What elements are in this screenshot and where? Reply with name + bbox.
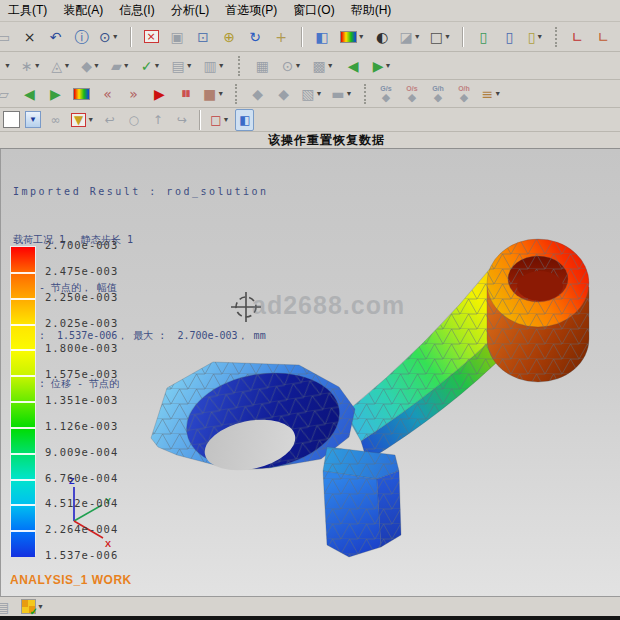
zoom-in-out-button[interactable]: ⊕ bbox=[220, 26, 239, 48]
link-select-button[interactable]: ∞ bbox=[46, 109, 65, 131]
filter-button-icon: ▼ bbox=[71, 113, 86, 127]
swap-select-button[interactable]: ↩ bbox=[100, 109, 119, 131]
last-frame-button[interactable]: » bbox=[124, 83, 143, 105]
undo-button[interactable]: ↶ bbox=[46, 26, 65, 48]
assembly-navigator-button[interactable]: ▤ bbox=[0, 596, 12, 618]
selection-scope-combo[interactable] bbox=[3, 111, 20, 128]
pause-animation-button[interactable]: ▮▮ bbox=[176, 83, 195, 105]
forward-arrow-button[interactable]: ▶ bbox=[46, 83, 65, 105]
next-result-button[interactable]: ▶▼ bbox=[372, 55, 393, 77]
modeling-tool-button[interactable]: ▰▼ bbox=[110, 55, 131, 77]
solid-tool-button-icon: ◆ bbox=[81, 59, 92, 73]
up-select-button[interactable]: ↑ bbox=[148, 109, 167, 131]
menu-assembly[interactable]: 装配(A) bbox=[63, 2, 103, 19]
link-select-button-icon: ∞ bbox=[51, 114, 61, 126]
rect-select-button[interactable]: □▼ bbox=[209, 109, 230, 131]
prev-result-button[interactable]: ◀ bbox=[344, 55, 363, 77]
result-gh-button[interactable]: G/h◆ bbox=[429, 83, 448, 105]
shaded-view-button[interactable]: ◧ bbox=[313, 26, 332, 48]
post-view-button[interactable] bbox=[72, 83, 91, 105]
rotate-view-button[interactable]: ↻ bbox=[246, 26, 265, 48]
render-style-rainbow-button[interactable]: ▼ bbox=[339, 26, 366, 48]
menu-tools[interactable]: 工具(T) bbox=[8, 2, 47, 19]
triad-x-label: X bbox=[105, 539, 111, 549]
delete-button[interactable]: × bbox=[20, 26, 39, 48]
box-display-button[interactable]: ▧▼ bbox=[300, 83, 323, 105]
binoculars-search-button[interactable]: ⊙▼ bbox=[98, 26, 120, 48]
background-color-button[interactable]: □▼ bbox=[429, 26, 452, 48]
legend-value-label: 2.025e-003 bbox=[45, 317, 118, 329]
slab-display-button[interactable]: ▬▼ bbox=[330, 83, 353, 105]
summary-report-button[interactable]: ▥▼ bbox=[203, 55, 226, 77]
hook-select-button[interactable]: ↪ bbox=[172, 109, 191, 131]
zoom-region-button[interactable]: ⊡ bbox=[194, 26, 213, 48]
wcs-orient-button[interactable]: ∟ bbox=[594, 26, 613, 48]
customize-checker-button[interactable]: ✓▼ bbox=[20, 596, 45, 618]
menu-preferences[interactable]: 首选项(P) bbox=[225, 2, 277, 19]
page-button[interactable]: ▱ bbox=[0, 83, 13, 105]
analysis-display-button[interactable]: ▦ bbox=[253, 55, 272, 77]
legend-tick bbox=[11, 324, 35, 326]
first-frame-button[interactable]: « bbox=[98, 83, 117, 105]
next-result-button-icon: ▶ bbox=[373, 59, 384, 73]
result-gs-button[interactable]: G/s◆ bbox=[377, 83, 396, 105]
play-animation-button[interactable]: ▶ bbox=[150, 83, 169, 105]
chart-box-button[interactable]: ▩▼ bbox=[311, 55, 334, 77]
legend-value-label: 1.575e-003 bbox=[45, 368, 118, 380]
menu-help[interactable]: 帮助(H) bbox=[351, 2, 392, 19]
snap-view-cube-button[interactable]: ◧ bbox=[235, 109, 254, 131]
customize-checker-button-icon: ✓ bbox=[21, 599, 36, 614]
legend-value-label: 1.800e-003 bbox=[45, 342, 118, 354]
slab-display-button-icon: ▬ bbox=[331, 87, 344, 101]
model-check-button[interactable]: ✓▼ bbox=[140, 55, 162, 77]
model-display-button[interactable]: ◆ bbox=[248, 83, 267, 105]
legend-band bbox=[11, 428, 35, 454]
sphere-select-button[interactable]: ○ bbox=[124, 109, 143, 131]
hook-select-button-icon: ↪ bbox=[177, 114, 187, 126]
result-header-block: Imported Result : rod_solution 载荷工况 1， 静… bbox=[13, 152, 269, 424]
fit-view-button[interactable]: × bbox=[142, 26, 161, 48]
clip-section-button[interactable]: ▯ bbox=[474, 26, 493, 48]
face-analysis-button[interactable]: ◐ bbox=[373, 26, 392, 48]
dropdown-arrow-icon: ▼ bbox=[315, 90, 322, 97]
new-section-button[interactable]: ▯▼ bbox=[526, 26, 545, 48]
orientation-triad: Z Y X bbox=[69, 476, 111, 549]
zoom-box-button[interactable]: ▣ bbox=[168, 26, 187, 48]
overflow-dropdown[interactable]: ▼ bbox=[4, 62, 11, 69]
dropdown-arrow-icon: ▼ bbox=[154, 62, 161, 69]
legend-value-label: 6.760e-004 bbox=[45, 472, 118, 484]
graphics-viewport[interactable]: Z Y X ad2688.com Imported Result : rod_s… bbox=[0, 149, 620, 596]
back-arrow-button[interactable]: ◀ bbox=[20, 83, 39, 105]
legend-value-label: 1.351e-003 bbox=[45, 394, 118, 406]
legend-scale-button-icon: ≡ bbox=[482, 87, 494, 101]
wcs-dynamics-button[interactable]: ∟ bbox=[568, 26, 587, 48]
report-button[interactable]: ▤▼ bbox=[170, 55, 193, 77]
pan-view-button[interactable]: + bbox=[272, 26, 291, 48]
selection-scope-combo-dropdown[interactable]: ▼ bbox=[25, 111, 41, 128]
toolbar-row-1: ▭×↶ⓘ⊙▼×▣⊡⊕↻+◧▼◐◪▼□▼▯▯▯▼∟∟ bbox=[0, 22, 620, 52]
menu-window[interactable]: 窗口(O) bbox=[293, 2, 334, 19]
legend-tick bbox=[11, 427, 35, 429]
properties-button[interactable]: ⓘ bbox=[72, 26, 91, 48]
legend-scale-button[interactable]: ≡▼ bbox=[481, 83, 503, 105]
snap-view-cube-button-icon: ◧ bbox=[239, 114, 250, 126]
solid-tool-button[interactable]: ◆▼ bbox=[80, 55, 101, 77]
stop-animation-button[interactable]: ■▼ bbox=[202, 83, 225, 105]
legend-band bbox=[11, 402, 35, 428]
inspect-magnifier-button[interactable]: ⊙▼ bbox=[281, 55, 303, 77]
constraint-snowflake-button[interactable]: ∗▼ bbox=[20, 55, 42, 77]
flat-part-button[interactable]: ◪▼ bbox=[399, 26, 422, 48]
properties-button-icon: ⓘ bbox=[75, 30, 89, 44]
clip-plane-button[interactable]: ▯ bbox=[500, 26, 519, 48]
legend-band bbox=[11, 479, 35, 505]
result-os-button[interactable]: O/s◆ bbox=[403, 83, 422, 105]
swap-select-button-icon: ↩ bbox=[105, 114, 115, 126]
part-display-button[interactable]: ◆ bbox=[274, 83, 293, 105]
model-display-button-icon: ◆ bbox=[252, 87, 263, 101]
print-button[interactable]: ▭ bbox=[0, 26, 13, 48]
menu-analysis[interactable]: 分析(L) bbox=[171, 2, 210, 19]
result-oh-button[interactable]: O/h◆ bbox=[455, 83, 474, 105]
mesh-tool-button[interactable]: ◬▼ bbox=[51, 55, 72, 77]
menu-information[interactable]: 信息(I) bbox=[119, 2, 154, 19]
filter-button[interactable]: ▼▼ bbox=[70, 109, 95, 131]
